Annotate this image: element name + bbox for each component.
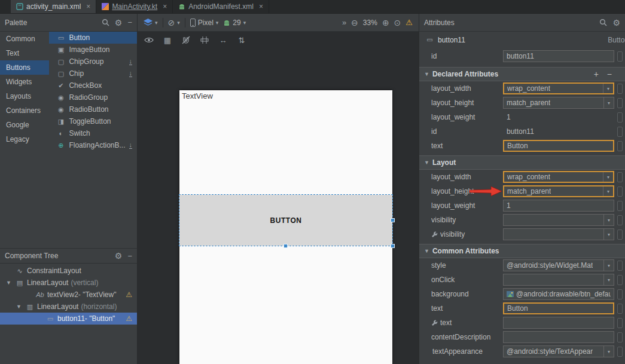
flag-toggle[interactable] (617, 127, 623, 137)
flag-toggle[interactable] (617, 51, 623, 62)
attribute-value-field[interactable] (503, 331, 614, 343)
magnet-off-icon[interactable] (181, 35, 191, 45)
chevron-down-icon[interactable]: ▾ (603, 229, 614, 240)
palette-item-chipgroup[interactable]: ▢ChipGroup↓ (49, 56, 137, 68)
attribute-value-field[interactable]: Button (503, 302, 614, 314)
attribute-value-combo[interactable]: wrap_content▾ (503, 82, 614, 94)
flag-toggle[interactable] (617, 304, 623, 314)
design-surface[interactable]: TextView BUTTON (179, 90, 392, 364)
attribute-value-field[interactable]: 1 (503, 200, 614, 212)
flag-toggle[interactable] (617, 332, 623, 342)
flag-toggle[interactable] (617, 98, 623, 108)
api-selector[interactable]: 29 ▾ (223, 19, 246, 27)
id-field[interactable]: button11 (503, 50, 614, 62)
palette-item-switch[interactable]: ◐Switch (49, 127, 137, 139)
attribute-value-combo[interactable]: @android:style/TextAppear▾ (503, 345, 614, 357)
chevron-down-icon[interactable]: ▾ (603, 84, 613, 93)
hide-panel-icon[interactable]: − (127, 19, 132, 26)
section-header-common-attributes[interactable]: ▼Common Attributes (419, 244, 625, 258)
attribute-value-combo[interactable]: @android:style/Widget.Mat▾ (503, 259, 614, 271)
attribute-value-field[interactable]: @android:drawable/btn_defau (503, 288, 614, 300)
tree-item-linearlayout[interactable]: ▼▥LinearLayout(horizontal) (0, 301, 137, 313)
chevron-down-icon[interactable]: ▾ (603, 172, 613, 182)
expander-icon[interactable]: ▼ (15, 304, 23, 310)
download-icon[interactable]: ↓ (129, 142, 133, 149)
chevron-down-icon[interactable]: ▾ (603, 260, 614, 271)
palette-item-button[interactable]: ▭Button (49, 32, 137, 44)
palette-category-google[interactable]: Google (0, 118, 49, 132)
gear-icon[interactable]: ⚙ (612, 19, 620, 27)
zoom-out-button[interactable]: ⊖ (351, 18, 358, 27)
close-icon[interactable]: × (86, 3, 90, 10)
palette-item-imagebutton[interactable]: ▣ImageButton (49, 44, 137, 56)
search-icon[interactable] (102, 19, 109, 26)
toolbar-overflow-chevrons[interactable]: » (342, 18, 346, 27)
expander-icon[interactable]: ▼ (5, 280, 13, 286)
palette-category-widgets[interactable]: Widgets (0, 75, 49, 89)
attribute-value-field[interactable]: Button (503, 140, 614, 152)
gear-icon[interactable]: ⚙ (115, 252, 123, 260)
chevron-down-icon[interactable]: ▾ (603, 346, 614, 357)
chevron-down-icon[interactable]: ▾ (603, 186, 613, 196)
flag-toggle[interactable] (617, 186, 623, 197)
flag-toggle[interactable] (617, 201, 623, 211)
resize-handle-bottom[interactable] (283, 244, 288, 248)
layout-bounds-icon[interactable]: ▦ (162, 35, 173, 45)
tree-item-constraintlayout[interactable]: ∿ConstraintLayout (0, 265, 137, 277)
flag-toggle[interactable] (617, 261, 623, 271)
flag-toggle[interactable] (617, 141, 623, 151)
remove-attribute-icon[interactable]: − (607, 70, 612, 78)
flag-toggle[interactable] (617, 347, 623, 357)
warning-icon[interactable]: ⚠ (406, 18, 413, 27)
design-canvas[interactable]: ▦↔⇅ TextView BUTTON (138, 32, 419, 364)
editor-tab-activity-main-xml[interactable]: activity_main.xml× (11, 0, 96, 13)
palette-item-radiogroup[interactable]: ◉RadioGroup (49, 91, 137, 103)
canvas-selected-button[interactable]: BUTTON (179, 195, 392, 246)
resize-handle-right[interactable] (391, 218, 395, 222)
flag-toggle[interactable] (617, 318, 623, 328)
download-icon[interactable]: ↓ (129, 70, 133, 77)
editor-tab-androidmanifest-xml[interactable]: AndroidManifest.xml× (173, 0, 269, 13)
orientation-icon[interactable]: ↔ (218, 35, 228, 45)
attribute-value-combo[interactable]: match_parent▾ (503, 97, 614, 109)
canvas-textview[interactable]: TextView (182, 91, 213, 100)
palette-item-radiobutton[interactable]: ◉RadioButton (49, 103, 137, 115)
tree-item-linearlayout[interactable]: ▼▤LinearLayout(vertical) (0, 277, 137, 289)
flag-toggle[interactable] (617, 84, 623, 94)
add-attribute-icon[interactable]: + (594, 70, 599, 78)
chevron-down-icon[interactable]: ▾ (603, 215, 614, 225)
chevron-down-icon[interactable]: ▾ (603, 274, 614, 285)
palette-item-floatingactionb-[interactable]: ⊕FloatingActionB...↓ (49, 139, 137, 151)
visibility-icon[interactable] (144, 35, 154, 45)
chevron-down-icon[interactable]: ▾ (603, 97, 614, 108)
margins-icon[interactable]: ⇅ (236, 35, 247, 45)
palette-item-chip[interactable]: ▢Chip↓ (49, 68, 137, 79)
attribute-value-combo[interactable]: ▾ (503, 214, 614, 226)
palette-category-buttons[interactable]: Buttons (0, 60, 49, 75)
attribute-value-combo[interactable]: match_parent▾ (503, 185, 614, 197)
gear-icon[interactable]: ⚙ (115, 19, 123, 27)
theme-selector[interactable]: ⊘ ▾ (168, 18, 180, 27)
attribute-value-combo[interactable]: ▾ (503, 228, 614, 240)
tree-item-textview2-textview-[interactable]: AbtextView2- "TextView"⚠ (0, 289, 137, 301)
palette-category-containers[interactable]: Containers (0, 103, 49, 118)
palette-category-text[interactable]: Text (0, 46, 49, 60)
flag-toggle[interactable] (617, 289, 623, 299)
zoom-in-button[interactable]: ⊕ (382, 18, 389, 27)
palette-category-layouts[interactable]: Layouts (0, 89, 49, 103)
flag-toggle[interactable] (617, 230, 623, 240)
palette-category-common[interactable]: Common (0, 32, 49, 46)
palette-item-togglebutton[interactable]: ◨ToggleButton (49, 115, 137, 127)
attribute-value-combo[interactable]: wrap_content▾ (503, 171, 614, 183)
hide-panel-icon[interactable]: − (127, 252, 132, 260)
flag-toggle[interactable] (617, 112, 623, 123)
attribute-value-field[interactable] (503, 317, 614, 329)
close-icon[interactable]: × (163, 3, 167, 10)
section-header-declared-attributes[interactable]: ▼Declared Attributes+− (419, 67, 625, 81)
tree-item-button11-button-[interactable]: ▭button11- "Button"⚠ (0, 313, 137, 325)
download-icon[interactable]: ↓ (129, 58, 133, 65)
section-header-layout[interactable]: ▼Layout (419, 155, 625, 170)
design-surface-selector[interactable]: ▾ (144, 19, 158, 26)
zoom-fit-button[interactable]: ⊙ (394, 18, 401, 27)
search-icon[interactable] (599, 19, 607, 26)
